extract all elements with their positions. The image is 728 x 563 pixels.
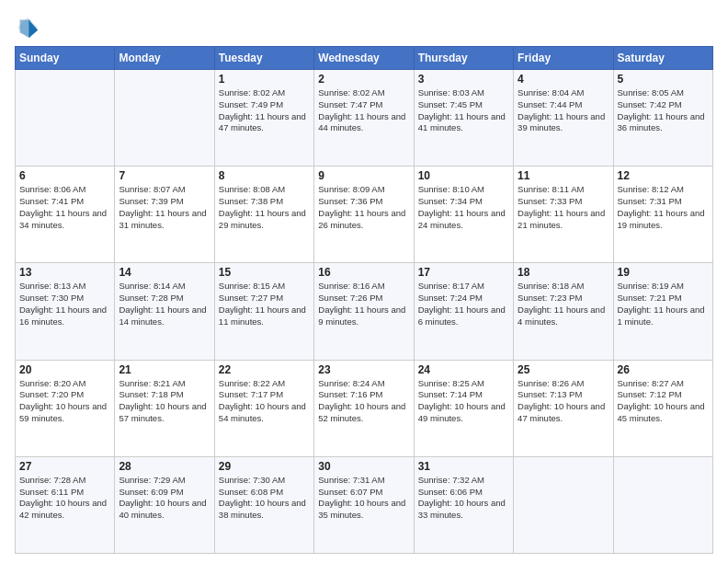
day-info: Sunrise: 8:02 AMSunset: 7:49 PMDaylight:… [219, 87, 310, 134]
day-number: 2 [318, 73, 409, 86]
svg-marker-1 [28, 20, 38, 39]
day-info: Sunrise: 7:28 AMSunset: 6:11 PMDaylight:… [19, 475, 110, 522]
day-info: Sunrise: 8:08 AMSunset: 7:38 PMDaylight:… [219, 184, 310, 231]
day-info: Sunrise: 8:09 AMSunset: 7:36 PMDaylight:… [318, 184, 409, 231]
day-cell: 19Sunrise: 8:19 AMSunset: 7:21 PMDayligh… [613, 263, 712, 360]
day-info: Sunrise: 7:29 AMSunset: 6:09 PMDaylight:… [119, 475, 210, 522]
day-cell [613, 456, 712, 553]
day-number: 23 [318, 363, 409, 376]
day-info: Sunrise: 8:24 AMSunset: 7:16 PMDaylight:… [318, 378, 409, 425]
day-info: Sunrise: 8:03 AMSunset: 7:45 PMDaylight:… [418, 87, 509, 134]
day-number: 20 [19, 363, 110, 376]
day-number: 16 [318, 266, 409, 279]
day-cell: 24Sunrise: 8:25 AMSunset: 7:14 PMDayligh… [414, 360, 513, 456]
week-row-2: 6Sunrise: 8:06 AMSunset: 7:41 PMDaylight… [16, 167, 713, 263]
day-cell: 22Sunrise: 8:22 AMSunset: 7:17 PMDayligh… [214, 360, 313, 456]
day-info: Sunrise: 8:13 AMSunset: 7:30 PMDaylight:… [19, 281, 110, 327]
day-info: Sunrise: 8:21 AMSunset: 7:18 PMDaylight:… [119, 378, 210, 425]
day-number: 30 [318, 460, 409, 473]
day-info: Sunrise: 8:25 AMSunset: 7:14 PMDaylight:… [418, 378, 509, 425]
day-cell: 14Sunrise: 8:14 AMSunset: 7:28 PMDayligh… [115, 263, 214, 360]
day-cell: 23Sunrise: 8:24 AMSunset: 7:16 PMDayligh… [314, 360, 414, 456]
day-number: 5 [618, 73, 709, 86]
weekday-header-monday: Monday [115, 47, 214, 70]
day-number: 3 [418, 73, 509, 86]
day-cell: 28Sunrise: 7:29 AMSunset: 6:09 PMDayligh… [115, 456, 214, 553]
day-cell: 16Sunrise: 8:16 AMSunset: 7:26 PMDayligh… [314, 263, 414, 360]
day-number: 25 [518, 363, 609, 376]
day-cell: 11Sunrise: 8:11 AMSunset: 7:33 PMDayligh… [514, 167, 613, 263]
day-number: 21 [119, 363, 210, 376]
day-number: 31 [418, 460, 509, 473]
logo [15, 15, 42, 40]
weekday-header-sunday: Sunday [16, 47, 115, 70]
day-info: Sunrise: 8:06 AMSunset: 7:41 PMDaylight:… [19, 184, 110, 231]
day-number: 6 [19, 169, 110, 182]
day-info: Sunrise: 8:20 AMSunset: 7:20 PMDaylight:… [19, 378, 110, 425]
week-row-4: 20Sunrise: 8:20 AMSunset: 7:20 PMDayligh… [16, 360, 713, 456]
weekday-header-thursday: Thursday [414, 47, 513, 70]
day-cell: 9Sunrise: 8:09 AMSunset: 7:36 PMDaylight… [314, 167, 414, 263]
day-cell: 2Sunrise: 8:02 AMSunset: 7:47 PMDaylight… [314, 70, 414, 167]
day-cell: 8Sunrise: 8:08 AMSunset: 7:38 PMDaylight… [214, 167, 313, 263]
day-info: Sunrise: 7:32 AMSunset: 6:06 PMDaylight:… [418, 475, 509, 522]
day-cell: 26Sunrise: 8:27 AMSunset: 7:12 PMDayligh… [613, 360, 712, 456]
day-number: 13 [19, 266, 110, 279]
day-info: Sunrise: 8:15 AMSunset: 7:27 PMDaylight:… [219, 281, 310, 327]
day-info: Sunrise: 8:16 AMSunset: 7:26 PMDaylight:… [318, 281, 409, 327]
page: SundayMondayTuesdayWednesdayThursdayFrid… [0, 0, 728, 563]
day-number: 4 [518, 73, 609, 86]
calendar-table: SundayMondayTuesdayWednesdayThursdayFrid… [15, 46, 713, 554]
day-cell: 31Sunrise: 7:32 AMSunset: 6:06 PMDayligh… [414, 456, 513, 553]
day-cell: 7Sunrise: 8:07 AMSunset: 7:39 PMDaylight… [115, 167, 214, 263]
day-cell: 30Sunrise: 7:31 AMSunset: 6:07 PMDayligh… [314, 456, 414, 553]
day-cell: 4Sunrise: 8:04 AMSunset: 7:44 PMDaylight… [514, 70, 613, 167]
day-number: 14 [119, 266, 210, 279]
day-cell: 13Sunrise: 8:13 AMSunset: 7:30 PMDayligh… [16, 263, 115, 360]
svg-marker-2 [20, 20, 30, 39]
day-cell: 1Sunrise: 8:02 AMSunset: 7:49 PMDaylight… [214, 70, 313, 167]
week-row-3: 13Sunrise: 8:13 AMSunset: 7:30 PMDayligh… [16, 263, 713, 360]
day-number: 27 [19, 460, 110, 473]
day-number: 28 [119, 460, 210, 473]
weekday-header-saturday: Saturday [613, 47, 712, 70]
weekday-header-row: SundayMondayTuesdayWednesdayThursdayFrid… [16, 47, 713, 70]
weekday-header-tuesday: Tuesday [214, 47, 313, 70]
day-info: Sunrise: 8:19 AMSunset: 7:21 PMDaylight:… [618, 281, 709, 327]
day-cell [16, 70, 115, 167]
day-info: Sunrise: 8:26 AMSunset: 7:13 PMDaylight:… [518, 378, 609, 425]
day-info: Sunrise: 8:04 AMSunset: 7:44 PMDaylight:… [518, 87, 609, 134]
day-info: Sunrise: 8:10 AMSunset: 7:34 PMDaylight:… [418, 184, 509, 231]
day-number: 1 [219, 73, 310, 86]
day-cell: 20Sunrise: 8:20 AMSunset: 7:20 PMDayligh… [16, 360, 115, 456]
day-info: Sunrise: 8:27 AMSunset: 7:12 PMDaylight:… [618, 378, 709, 425]
day-cell: 21Sunrise: 8:21 AMSunset: 7:18 PMDayligh… [115, 360, 214, 456]
day-info: Sunrise: 7:31 AMSunset: 6:07 PMDaylight:… [318, 475, 409, 522]
day-cell: 12Sunrise: 8:12 AMSunset: 7:31 PMDayligh… [613, 167, 712, 263]
day-number: 15 [219, 266, 310, 279]
day-number: 8 [219, 169, 310, 182]
day-cell: 3Sunrise: 8:03 AMSunset: 7:45 PMDaylight… [414, 70, 513, 167]
day-info: Sunrise: 8:18 AMSunset: 7:23 PMDaylight:… [518, 281, 609, 327]
weekday-header-friday: Friday [514, 47, 613, 70]
day-cell: 27Sunrise: 7:28 AMSunset: 6:11 PMDayligh… [16, 456, 115, 553]
day-number: 12 [618, 169, 709, 182]
day-info: Sunrise: 7:30 AMSunset: 6:08 PMDaylight:… [219, 475, 310, 522]
day-cell: 5Sunrise: 8:05 AMSunset: 7:42 PMDaylight… [613, 70, 712, 167]
day-number: 7 [119, 169, 210, 182]
day-info: Sunrise: 8:14 AMSunset: 7:28 PMDaylight:… [119, 281, 210, 327]
day-number: 29 [219, 460, 310, 473]
day-cell: 17Sunrise: 8:17 AMSunset: 7:24 PMDayligh… [414, 263, 513, 360]
day-number: 18 [518, 266, 609, 279]
day-cell: 29Sunrise: 7:30 AMSunset: 6:08 PMDayligh… [214, 456, 313, 553]
day-number: 9 [318, 169, 409, 182]
day-cell: 18Sunrise: 8:18 AMSunset: 7:23 PMDayligh… [514, 263, 613, 360]
day-number: 11 [518, 169, 609, 182]
day-cell: 25Sunrise: 8:26 AMSunset: 7:13 PMDayligh… [514, 360, 613, 456]
day-info: Sunrise: 8:11 AMSunset: 7:33 PMDaylight:… [518, 184, 609, 231]
day-info: Sunrise: 8:02 AMSunset: 7:47 PMDaylight:… [318, 87, 409, 134]
day-cell: 15Sunrise: 8:15 AMSunset: 7:27 PMDayligh… [214, 263, 313, 360]
day-number: 19 [618, 266, 709, 279]
week-row-1: 1Sunrise: 8:02 AMSunset: 7:49 PMDaylight… [16, 70, 713, 167]
day-info: Sunrise: 8:07 AMSunset: 7:39 PMDaylight:… [119, 184, 210, 231]
